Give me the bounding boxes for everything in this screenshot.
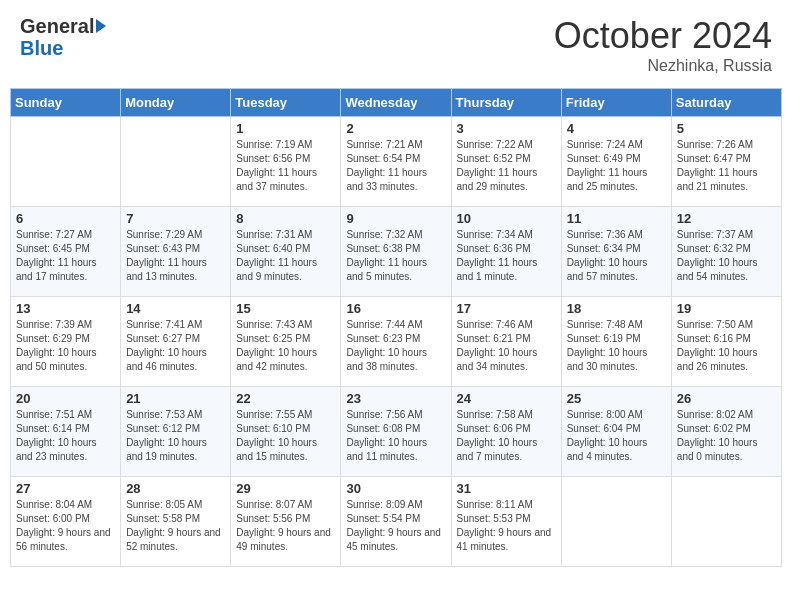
calendar-week-row: 1Sunrise: 7:19 AM Sunset: 6:56 PM Daylig… [11, 117, 782, 207]
day-number: 22 [236, 391, 335, 406]
calendar-cell: 2Sunrise: 7:21 AM Sunset: 6:54 PM Daylig… [341, 117, 451, 207]
day-info: Sunrise: 7:55 AM Sunset: 6:10 PM Dayligh… [236, 408, 335, 464]
calendar-cell [671, 477, 781, 567]
weekday-header: Sunday [11, 89, 121, 117]
calendar-cell: 12Sunrise: 7:37 AM Sunset: 6:32 PM Dayli… [671, 207, 781, 297]
calendar-cell: 20Sunrise: 7:51 AM Sunset: 6:14 PM Dayli… [11, 387, 121, 477]
calendar-cell: 4Sunrise: 7:24 AM Sunset: 6:49 PM Daylig… [561, 117, 671, 207]
calendar-cell: 22Sunrise: 7:55 AM Sunset: 6:10 PM Dayli… [231, 387, 341, 477]
calendar-cell: 18Sunrise: 7:48 AM Sunset: 6:19 PM Dayli… [561, 297, 671, 387]
day-info: Sunrise: 7:44 AM Sunset: 6:23 PM Dayligh… [346, 318, 445, 374]
calendar-cell: 24Sunrise: 7:58 AM Sunset: 6:06 PM Dayli… [451, 387, 561, 477]
day-info: Sunrise: 8:11 AM Sunset: 5:53 PM Dayligh… [457, 498, 556, 554]
day-number: 7 [126, 211, 225, 226]
calendar-cell: 6Sunrise: 7:27 AM Sunset: 6:45 PM Daylig… [11, 207, 121, 297]
calendar-cell: 28Sunrise: 8:05 AM Sunset: 5:58 PM Dayli… [121, 477, 231, 567]
day-info: Sunrise: 7:21 AM Sunset: 6:54 PM Dayligh… [346, 138, 445, 194]
day-info: Sunrise: 7:46 AM Sunset: 6:21 PM Dayligh… [457, 318, 556, 374]
weekday-header: Thursday [451, 89, 561, 117]
day-number: 20 [16, 391, 115, 406]
calendar-cell: 30Sunrise: 8:09 AM Sunset: 5:54 PM Dayli… [341, 477, 451, 567]
calendar-cell: 7Sunrise: 7:29 AM Sunset: 6:43 PM Daylig… [121, 207, 231, 297]
calendar-cell: 3Sunrise: 7:22 AM Sunset: 6:52 PM Daylig… [451, 117, 561, 207]
day-number: 16 [346, 301, 445, 316]
day-number: 10 [457, 211, 556, 226]
day-number: 31 [457, 481, 556, 496]
day-info: Sunrise: 7:53 AM Sunset: 6:12 PM Dayligh… [126, 408, 225, 464]
day-number: 19 [677, 301, 776, 316]
day-info: Sunrise: 7:48 AM Sunset: 6:19 PM Dayligh… [567, 318, 666, 374]
day-info: Sunrise: 7:50 AM Sunset: 6:16 PM Dayligh… [677, 318, 776, 374]
day-info: Sunrise: 7:41 AM Sunset: 6:27 PM Dayligh… [126, 318, 225, 374]
calendar-cell [11, 117, 121, 207]
day-number: 30 [346, 481, 445, 496]
day-info: Sunrise: 8:05 AM Sunset: 5:58 PM Dayligh… [126, 498, 225, 554]
day-number: 11 [567, 211, 666, 226]
day-info: Sunrise: 7:36 AM Sunset: 6:34 PM Dayligh… [567, 228, 666, 284]
day-number: 6 [16, 211, 115, 226]
calendar-cell: 26Sunrise: 8:02 AM Sunset: 6:02 PM Dayli… [671, 387, 781, 477]
day-number: 27 [16, 481, 115, 496]
day-info: Sunrise: 7:31 AM Sunset: 6:40 PM Dayligh… [236, 228, 335, 284]
calendar-week-row: 20Sunrise: 7:51 AM Sunset: 6:14 PM Dayli… [11, 387, 782, 477]
page-header: General Blue October 2024 Nezhinka, Russ… [10, 10, 782, 80]
calendar-cell: 9Sunrise: 7:32 AM Sunset: 6:38 PM Daylig… [341, 207, 451, 297]
day-number: 8 [236, 211, 335, 226]
day-info: Sunrise: 7:27 AM Sunset: 6:45 PM Dayligh… [16, 228, 115, 284]
calendar-cell: 25Sunrise: 8:00 AM Sunset: 6:04 PM Dayli… [561, 387, 671, 477]
month-year-heading: October 2024 [554, 15, 772, 57]
weekday-header: Monday [121, 89, 231, 117]
day-number: 12 [677, 211, 776, 226]
calendar-week-row: 27Sunrise: 8:04 AM Sunset: 6:00 PM Dayli… [11, 477, 782, 567]
calendar-cell: 14Sunrise: 7:41 AM Sunset: 6:27 PM Dayli… [121, 297, 231, 387]
calendar-cell: 29Sunrise: 8:07 AM Sunset: 5:56 PM Dayli… [231, 477, 341, 567]
day-info: Sunrise: 7:56 AM Sunset: 6:08 PM Dayligh… [346, 408, 445, 464]
calendar-cell: 11Sunrise: 7:36 AM Sunset: 6:34 PM Dayli… [561, 207, 671, 297]
day-number: 18 [567, 301, 666, 316]
day-number: 17 [457, 301, 556, 316]
logo-blue-text: Blue [20, 37, 63, 59]
calendar-table: SundayMondayTuesdayWednesdayThursdayFrid… [10, 88, 782, 567]
day-number: 25 [567, 391, 666, 406]
month-title: October 2024 Nezhinka, Russia [554, 15, 772, 75]
day-number: 5 [677, 121, 776, 136]
weekday-header: Tuesday [231, 89, 341, 117]
calendar-cell: 10Sunrise: 7:34 AM Sunset: 6:36 PM Dayli… [451, 207, 561, 297]
day-info: Sunrise: 7:24 AM Sunset: 6:49 PM Dayligh… [567, 138, 666, 194]
weekday-header: Wednesday [341, 89, 451, 117]
day-number: 15 [236, 301, 335, 316]
day-info: Sunrise: 7:34 AM Sunset: 6:36 PM Dayligh… [457, 228, 556, 284]
calendar-cell [121, 117, 231, 207]
day-info: Sunrise: 7:32 AM Sunset: 6:38 PM Dayligh… [346, 228, 445, 284]
day-number: 9 [346, 211, 445, 226]
calendar-cell: 8Sunrise: 7:31 AM Sunset: 6:40 PM Daylig… [231, 207, 341, 297]
day-info: Sunrise: 8:00 AM Sunset: 6:04 PM Dayligh… [567, 408, 666, 464]
calendar-cell: 1Sunrise: 7:19 AM Sunset: 6:56 PM Daylig… [231, 117, 341, 207]
logo-general-text: General [20, 15, 94, 37]
day-number: 26 [677, 391, 776, 406]
calendar-cell: 31Sunrise: 8:11 AM Sunset: 5:53 PM Dayli… [451, 477, 561, 567]
day-number: 2 [346, 121, 445, 136]
day-number: 21 [126, 391, 225, 406]
logo-arrow-icon [96, 19, 106, 33]
logo: General Blue [20, 15, 106, 59]
calendar-cell: 21Sunrise: 7:53 AM Sunset: 6:12 PM Dayli… [121, 387, 231, 477]
weekday-header: Friday [561, 89, 671, 117]
day-info: Sunrise: 7:51 AM Sunset: 6:14 PM Dayligh… [16, 408, 115, 464]
day-number: 24 [457, 391, 556, 406]
day-number: 1 [236, 121, 335, 136]
location-heading: Nezhinka, Russia [554, 57, 772, 75]
day-info: Sunrise: 7:58 AM Sunset: 6:06 PM Dayligh… [457, 408, 556, 464]
day-info: Sunrise: 7:43 AM Sunset: 6:25 PM Dayligh… [236, 318, 335, 374]
calendar-cell: 5Sunrise: 7:26 AM Sunset: 6:47 PM Daylig… [671, 117, 781, 207]
day-info: Sunrise: 7:29 AM Sunset: 6:43 PM Dayligh… [126, 228, 225, 284]
calendar-cell: 13Sunrise: 7:39 AM Sunset: 6:29 PM Dayli… [11, 297, 121, 387]
day-number: 29 [236, 481, 335, 496]
day-info: Sunrise: 8:02 AM Sunset: 6:02 PM Dayligh… [677, 408, 776, 464]
calendar-cell: 15Sunrise: 7:43 AM Sunset: 6:25 PM Dayli… [231, 297, 341, 387]
day-info: Sunrise: 8:07 AM Sunset: 5:56 PM Dayligh… [236, 498, 335, 554]
calendar-cell: 23Sunrise: 7:56 AM Sunset: 6:08 PM Dayli… [341, 387, 451, 477]
calendar-week-row: 13Sunrise: 7:39 AM Sunset: 6:29 PM Dayli… [11, 297, 782, 387]
day-number: 13 [16, 301, 115, 316]
day-number: 3 [457, 121, 556, 136]
